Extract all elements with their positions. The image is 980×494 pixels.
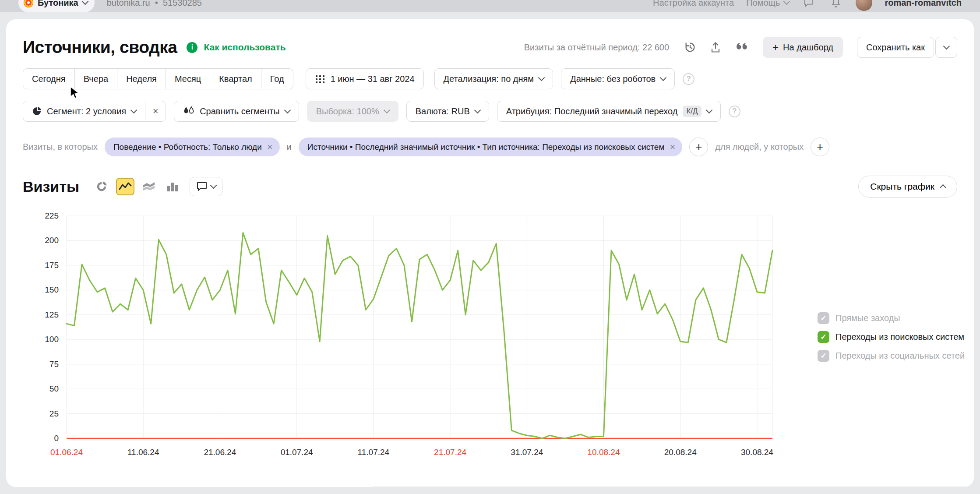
period-today-button[interactable]: Сегодня [23,68,75,89]
segment-chip-behavior[interactable]: Поведение • Роботность: Только люди × [105,138,280,156]
svg-text:0: 0 [54,434,59,443]
close-icon[interactable]: × [670,142,675,152]
svg-text:200: 200 [45,236,59,245]
metrica-page: Бутоника butonika.ru • 51530285 Настройк… [0,0,980,494]
add-segment-condition-button[interactable]: + [689,138,708,156]
chevron-down-icon [705,107,712,114]
help-menu[interactable]: Помощь [746,0,789,8]
annotations-dropdown[interactable] [190,177,222,196]
attribution-dropdown[interactable]: Атрибуция: Последний значимый переход К/… [497,101,721,122]
info-icon: i [187,42,197,53]
legend-label: Переходы из поисковых систем [835,332,964,342]
help-icon[interactable]: ? [729,106,740,117]
svg-text:10.08.24: 10.08.24 [588,448,620,457]
period-quarter-button[interactable]: Квартал [210,68,261,89]
compare-segments-dropdown[interactable]: Сравнить сегменты [174,101,299,122]
svg-text:11.06.24: 11.06.24 [127,448,159,457]
segment-clear-button[interactable]: × [145,101,166,122]
avatar[interactable] [856,0,872,11]
chart-type-line-button[interactable] [116,178,134,195]
svg-text:25: 25 [49,409,59,418]
chart-legend: ✓ Прямые заходы ✓ Переходы из поисковых … [818,312,965,362]
pie-icon [32,106,42,116]
svg-text:50: 50 [49,384,59,393]
period-group: Сегодня Вчера Неделя Месяц Квартал Год [23,68,293,89]
segment-dropdown[interactable]: Сегмент: 2 условия [23,101,145,122]
comments-icon[interactable] [731,38,751,57]
svg-text:30.08.24: 30.08.24 [741,448,773,457]
conjunction-label: и [287,142,292,152]
chevron-down-icon [660,74,667,81]
svg-text:100: 100 [45,335,59,344]
legend-item-search[interactable]: ✓ Переходы из поисковых систем [818,331,965,343]
calendar-grid-icon [315,74,325,83]
svg-text:11.07.24: 11.07.24 [358,448,390,457]
export-icon[interactable] [706,38,725,57]
counter-switcher[interactable]: Бутоника [18,0,95,12]
svg-text:31.07.24: 31.07.24 [511,448,543,457]
chart-type-pie-button[interactable] [92,178,111,195]
legend-label: Переходы из социальных сетей [835,351,965,361]
line-chart[interactable]: 025507510012515017520022501.06.2411.06.2… [23,212,780,466]
visits-in-which-label: Визиты, в которых [23,142,98,152]
top-bar: Бутоника butonika.ru • 51530285 Настройк… [0,0,980,12]
chart-type-columns-button[interactable] [163,178,182,195]
user-name: roman-romanvitch [885,0,962,8]
chevron-down-icon [474,107,481,114]
how-to-use-link[interactable]: Как использовать [204,42,286,53]
add-people-condition-button[interactable]: + [811,138,829,156]
svg-text:21.06.24: 21.06.24 [204,448,236,457]
bell-icon[interactable] [828,0,843,12]
chart-title: Визиты [23,178,79,195]
report-card: Источники, сводка i Как использовать Виз… [6,19,974,487]
save-as-menu-button[interactable] [935,37,957,58]
svg-text:225: 225 [45,212,59,220]
svg-text:20.08.24: 20.08.24 [664,448,697,457]
history-icon[interactable] [680,38,700,57]
period-year-button[interactable]: Год [261,68,293,89]
chevron-down-icon [81,0,88,5]
visits-chart[interactable]: 025507510012515017520022501.06.2411.06.2… [23,212,957,475]
section-divider [373,487,974,487]
chevron-down-icon [383,107,390,114]
chat-icon[interactable] [801,0,816,12]
counter-domain: butonika.ru • 51530285 [107,0,202,8]
chart-type-area-button[interactable] [140,178,158,195]
chevron-down-icon [783,0,790,5]
chevron-down-icon [943,43,950,50]
save-as-button[interactable]: Сохранить как [857,37,934,58]
legend-checkbox-0[interactable]: ✓ [818,312,829,324]
period-month-button[interactable]: Месяц [166,68,210,89]
hide-chart-button[interactable]: Скрыть график [858,176,957,198]
legend-label: Прямые заходы [835,313,900,323]
legend-checkbox-1[interactable]: ✓ [818,331,829,343]
help-icon[interactable]: ? [683,73,694,85]
period-yesterday-button[interactable]: Вчера [74,68,117,89]
chevron-down-icon [210,182,217,189]
detalization-dropdown[interactable]: Детализация: по дням [434,68,553,89]
for-people-label: для людей, у которых [715,142,804,152]
date-range-button[interactable]: 1 июн — 31 авг 2024 [306,68,424,89]
legend-checkbox-2[interactable]: ✓ [818,350,829,362]
close-icon[interactable]: × [267,142,273,152]
account-settings-link[interactable]: Настройка аккаунта [653,0,734,8]
legend-item-social[interactable]: ✓ Переходы из социальных сетей [818,350,965,362]
data-mode-dropdown[interactable]: Данные: без роботов [561,68,675,89]
period-week-button[interactable]: Неделя [117,68,166,89]
legend-item-direct[interactable]: ✓ Прямые заходы [818,312,965,324]
attribution-badge: К/Д [683,106,701,117]
chevron-down-icon [284,107,291,114]
sampling-dropdown[interactable]: Выборка: 100% [307,101,398,122]
svg-text:01.06.24: 01.06.24 [50,448,83,457]
segment-group: Сегмент: 2 условия × [23,101,166,122]
svg-text:21.07.24: 21.07.24 [434,448,466,457]
plus-icon: + [772,41,779,53]
chevron-up-icon [940,184,947,191]
add-to-dashboard-button[interactable]: + На дашборд [763,37,843,58]
metrika-logo-icon [24,0,33,7]
svg-text:01.07.24: 01.07.24 [281,448,313,457]
visits-period-note: Визиты за отчётный период: 22 600 [524,42,669,53]
segment-chip-source[interactable]: Источники • Последний значимый источник … [299,138,682,156]
currency-dropdown[interactable]: Валюта: RUB [406,101,489,122]
svg-text:125: 125 [45,310,59,319]
